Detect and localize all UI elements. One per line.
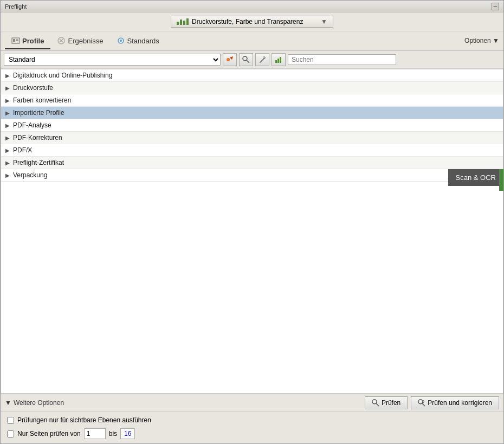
checkbox-sichtbare-ebenen[interactable]	[7, 417, 14, 424]
list-item-label: Druckvorstufe	[13, 84, 53, 92]
svg-rect-3	[16, 40, 18, 41]
pruefen-button[interactable]: Prüfen	[365, 396, 408, 409]
list-item-selected[interactable]: ▶ Importierte Profile	[1, 107, 503, 119]
tools-button[interactable]	[255, 53, 269, 66]
expand-arrow-icon: ▶	[5, 147, 10, 153]
list-item[interactable]: ▶ Digitaldruck und Online-Publishing	[1, 69, 503, 82]
pruefen-korrigieren-icon	[418, 399, 425, 407]
list-item[interactable]: ▶ PDF-Analyse	[1, 119, 503, 132]
svg-rect-2	[16, 39, 18, 40]
tab-profile[interactable]: Profile	[5, 33, 50, 49]
pruefen-label: Prüfen	[382, 399, 400, 407]
svg-rect-16	[280, 57, 281, 63]
dropdown-arrow-icon: ▼	[321, 18, 327, 25]
profile-list: ▶ Digitaldruck und Online-Publishing ▶ D…	[1, 69, 503, 394]
expand-arrow-icon: ▶	[5, 98, 10, 104]
profile-tab-icon	[11, 36, 20, 45]
tab-standards-label: Standards	[127, 37, 159, 45]
weitere-optionen-toggle[interactable]: ▼ Weitere Optionen	[5, 399, 64, 407]
bottom-bar: ▼ Weitere Optionen Prüfen Prüfen und kor…	[1, 394, 503, 411]
list-item-label: Preflight-Zertifikat	[13, 159, 64, 166]
scan-ocr-tooltip: Scan & OCR	[448, 169, 503, 186]
page-from-input[interactable]	[84, 428, 106, 439]
list-item[interactable]: ▶ Verpackung	[1, 169, 503, 182]
list-item[interactable]: ▶ Farben konvertieren	[1, 94, 503, 107]
top-toolbar: Druckvorstufe, Farbe und Transparenz ▼	[1, 12, 503, 31]
expand-arrow-icon: ▶	[5, 135, 10, 141]
expand-arrow-icon: ▶	[5, 110, 10, 116]
list-item-label: Farben konvertieren	[13, 96, 71, 104]
edit-button[interactable]	[223, 53, 237, 66]
action-buttons: Prüfen Prüfen und korrigieren	[365, 396, 499, 409]
expand-arrow-icon: ▶	[5, 123, 10, 128]
expand-arrow-icon: ▶	[5, 85, 10, 91]
search-icon	[372, 399, 379, 407]
list-item-label: PDF/X	[13, 146, 32, 154]
svg-point-17	[372, 400, 377, 404]
list-item[interactable]: ▶ PDF/X	[1, 144, 503, 157]
nur-seiten-label: Nur Seiten prüfen von	[17, 430, 81, 437]
scan-ocr-label: Scan & OCR	[456, 173, 496, 182]
list-item-label: Digitaldruck und Online-Publishing	[13, 72, 112, 79]
svg-point-8	[120, 40, 122, 42]
svg-point-10	[228, 59, 229, 61]
collapse-icon: ▼	[5, 399, 11, 407]
main-content: ▶ Digitaldruck und Online-Publishing ▶ D…	[1, 69, 503, 394]
window-controls: ─	[492, 3, 499, 10]
svg-line-12	[247, 60, 249, 63]
footer-options: Prüfungen nur für sichtbare Ebenen ausfü…	[1, 411, 503, 443]
tab-ergebnisse-label: Ergebnisse	[68, 37, 103, 45]
search-input[interactable]	[288, 54, 396, 65]
checkbox-label-sichtbare-ebenen: Prüfungen nur für sichtbare Ebenen ausfü…	[17, 416, 151, 424]
optionen-button[interactable]: Optionen ▼	[464, 37, 499, 44]
search-button[interactable]	[239, 53, 253, 66]
list-item-label: Importierte Profile	[13, 109, 64, 117]
list-item-label: PDF-Korrekturen	[13, 134, 62, 141]
chart-button[interactable]	[272, 53, 286, 66]
svg-rect-14	[275, 60, 277, 63]
checkbox-row-1: Prüfungen nur für sichtbare Ebenen ausfü…	[7, 416, 497, 424]
checkbox-nur-seiten[interactable]	[7, 430, 14, 437]
svg-line-18	[376, 403, 379, 406]
tab-standards[interactable]: Standards	[110, 33, 166, 49]
list-item[interactable]: ▶ Druckvorstufe	[1, 82, 503, 94]
list-item[interactable]: ▶ PDF-Korrekturen	[1, 132, 503, 144]
svg-line-20	[422, 403, 425, 406]
profile-select[interactable]: Standard	[4, 54, 221, 66]
expand-arrow-icon: ▶	[5, 73, 10, 79]
list-item-label: Verpackung	[13, 171, 47, 179]
checkbox-row-2: Nur Seiten prüfen von bis 16	[7, 428, 497, 439]
preflight-window: Preflight ─ Druckvorstufe, Farbe und Tra…	[0, 0, 504, 444]
content-toolbar: Standard	[1, 51, 503, 69]
scan-ocr-green-bar	[499, 169, 503, 191]
tab-ergebnisse[interactable]: Ergebnisse	[50, 33, 109, 49]
list-item[interactable]: ▶ Preflight-Zertifikat	[1, 157, 503, 169]
pruefen-korrigieren-label: Prüfen und korrigieren	[428, 399, 492, 407]
tab-profile-label: Profile	[22, 37, 44, 45]
ergebnisse-tab-icon	[57, 36, 66, 45]
tabs-bar: Profile Ergebnisse Standards Optionen ▼	[1, 31, 503, 51]
svg-point-11	[243, 56, 247, 61]
window-title: Preflight	[5, 3, 27, 10]
svg-rect-15	[277, 59, 279, 63]
expand-arrow-icon: ▶	[5, 160, 10, 166]
expand-arrow-icon: ▶	[5, 172, 10, 178]
weitere-optionen-label: Weitere Optionen	[14, 399, 64, 407]
chart-icon	[177, 18, 189, 25]
standards-tab-icon	[117, 36, 125, 45]
minimize-button[interactable]: ─	[492, 3, 499, 10]
dropdown-label: Druckvorstufe, Farbe und Transparenz	[192, 18, 303, 25]
title-bar: Preflight ─	[1, 1, 503, 12]
svg-rect-1	[13, 39, 15, 42]
pruefen-korrigieren-button[interactable]: Prüfen und korrigieren	[411, 396, 499, 409]
page-to-value: 16	[120, 428, 135, 439]
svg-point-19	[418, 400, 423, 404]
profile-dropdown-button[interactable]: Druckvorstufe, Farbe und Transparenz ▼	[171, 16, 333, 28]
bis-label: bis	[109, 430, 117, 437]
list-item-label: PDF-Analyse	[13, 121, 51, 129]
